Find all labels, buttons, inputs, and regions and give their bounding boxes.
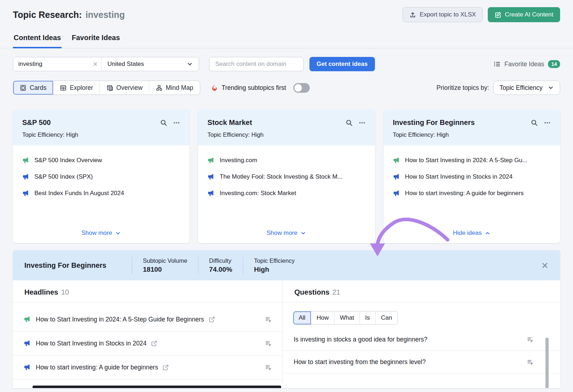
megaphone-icon [393, 190, 400, 197]
topic-research-page: Topic Research: investing Export topic t… [0, 0, 573, 392]
megaphone-icon [22, 173, 29, 180]
show-more-link[interactable]: Show more [81, 229, 121, 237]
question-row: Is investing in stocks a good idea for b… [283, 328, 560, 351]
headline-row: How to Start Investing in 2024: A 5-Step… [13, 308, 283, 331]
filter-all[interactable]: All [293, 311, 311, 324]
filter-how[interactable]: How [311, 311, 334, 324]
view-cards[interactable]: Cards [13, 81, 53, 95]
stat-value: 18100 [143, 266, 187, 274]
hide-ideas-link[interactable]: Hide ideas [453, 229, 491, 237]
topic-card-stock-market: Stock Market Topic Efficiency: High Inve… [198, 110, 375, 243]
headline-text: How to start investing: A guide for begi… [36, 364, 158, 371]
page-title-query: investing [86, 10, 125, 20]
questions-header: Questions21 [283, 280, 560, 303]
headlines-column: Headlines10 How to Start Investing in 20… [13, 280, 283, 388]
filter-what[interactable]: What [334, 311, 360, 324]
chevron-down-icon [300, 230, 306, 236]
megaphone-icon [22, 190, 29, 197]
close-panel-icon[interactable] [541, 262, 549, 269]
prioritize-select[interactable]: Topic Efficiency [493, 81, 560, 95]
show-more-link[interactable]: Show more [267, 229, 307, 237]
topic-card-header: Stock Market Topic Efficiency: High [198, 110, 375, 145]
add-to-list-icon[interactable] [265, 364, 272, 371]
panel-columns: Headlines10 How to Start Investing in 20… [13, 280, 560, 388]
questions-scrollbar[interactable] [545, 338, 549, 388]
more-menu-icon[interactable] [173, 119, 180, 126]
idea-text: Best Index Funds In August 2024 [34, 190, 124, 197]
trending-subtopics-control: Trending subtopics first [211, 83, 310, 93]
search-topic-icon[interactable] [160, 119, 167, 126]
chevron-down-icon [187, 61, 193, 67]
topic-card-header: Investing For Beginners Topic Efficiency… [384, 110, 560, 145]
show-more-label: Show more [267, 229, 298, 237]
idea-text: The Motley Fool: Stock Investing & Stock… [220, 173, 342, 180]
idea-item[interactable]: How to Start Investing in Stocks in 2024 [393, 173, 551, 180]
view-explorer[interactable]: Explorer [53, 81, 100, 95]
topic-card-title: Investing For Beginners [393, 118, 475, 127]
questions-list: Is investing in stocks a good idea for b… [283, 328, 560, 373]
megaphone-icon [393, 173, 400, 180]
idea-text: S&P 500 Index Overview [34, 157, 102, 164]
more-menu-icon[interactable] [544, 119, 551, 126]
view-overview[interactable]: Overview [100, 81, 149, 95]
favorites-count-badge: 14 [548, 60, 560, 68]
clear-query-icon[interactable] [89, 61, 101, 67]
chevron-down-icon [115, 230, 121, 236]
table-view-icon [60, 84, 67, 91]
add-to-list-icon[interactable] [527, 359, 534, 366]
favorite-ideas-label: Favorite Ideas [505, 61, 544, 68]
idea-item[interactable]: How to Start Investing in 2024: A 5-Step… [393, 157, 551, 164]
trending-toggle[interactable] [293, 83, 310, 93]
external-link-icon[interactable] [151, 340, 158, 347]
idea-item[interactable]: Investing.com [207, 157, 365, 164]
external-link-icon[interactable] [208, 316, 215, 323]
trending-subtopics-label: Trending subtopics first [222, 84, 286, 92]
country-select[interactable]: United States [101, 57, 199, 71]
topic-card-header: S&P 500 Topic Efficiency: High [13, 110, 189, 145]
add-to-list-icon[interactable] [265, 316, 272, 323]
add-to-list-icon[interactable] [265, 340, 272, 347]
tab-content-ideas[interactable]: Content Ideas [13, 34, 62, 48]
external-link-icon[interactable] [162, 364, 169, 371]
idea-item[interactable]: S&P 500 Index (SPX) [22, 173, 180, 180]
megaphone-icon [24, 316, 31, 323]
page-header: Topic Research: investing Export topic t… [0, 0, 573, 22]
idea-item[interactable]: Investing.com: Stock Market [207, 190, 365, 197]
topic-query-input[interactable] [13, 61, 89, 68]
filter-can[interactable]: Can [375, 311, 398, 324]
create-ai-content-label: Create AI Content [505, 11, 553, 18]
idea-item[interactable]: How to start investing: A guide for begi… [393, 190, 551, 197]
subtopic-title: Investing For Beginners [24, 261, 132, 270]
idea-item[interactable]: Best Index Funds In August 2024 [22, 190, 180, 197]
question-text: How to start investing from the beginner… [294, 358, 426, 366]
export-xlsx-label: Export topic to XLSX [420, 11, 476, 18]
stat-label: Difficulty [209, 257, 232, 264]
more-menu-icon[interactable] [358, 119, 366, 126]
headline-row: How to Start Investing in Stocks in 2024 [13, 331, 283, 355]
filter-is[interactable]: Is [360, 311, 375, 324]
idea-item[interactable]: S&P 500 Index Overview [22, 157, 180, 164]
get-content-ideas-button[interactable]: Get content ideas [309, 57, 375, 71]
view-cards-label: Cards [30, 84, 47, 92]
search-topic-icon[interactable] [346, 119, 353, 126]
view-mindmap[interactable]: Mind Map [149, 81, 200, 95]
create-ai-content-button[interactable]: Create AI Content [488, 7, 560, 22]
export-xlsx-button[interactable]: Export topic to XLSX [403, 7, 483, 22]
stat-label: Subtopic Volume [143, 257, 187, 264]
idea-text: How to Start Investing in Stocks in 2024 [405, 173, 513, 180]
search-topic-icon[interactable] [531, 119, 538, 126]
prioritize-control: Prioritize topics by: Topic Efficiency [437, 81, 560, 95]
upload-icon [409, 11, 416, 18]
question-row: How to start investing from the beginner… [283, 351, 560, 373]
add-to-list-icon[interactable] [527, 336, 534, 343]
subtopic-detail-header: Investing For Beginners Subtopic Volume … [13, 250, 560, 280]
topic-card-title: S&P 500 [22, 118, 51, 127]
domain-search-input[interactable] [209, 57, 304, 71]
tab-favorite-ideas[interactable]: Favorite Ideas [71, 34, 121, 48]
favorite-ideas-link[interactable]: Favorite Ideas 14 [493, 60, 560, 68]
subtopic-detail-panel: Investing For Beginners Subtopic Volume … [13, 250, 560, 388]
chevron-up-icon [485, 230, 491, 236]
headline-text: How to Start Investing in Stocks in 2024 [36, 340, 146, 347]
megaphone-icon [393, 157, 400, 164]
idea-item[interactable]: The Motley Fool: Stock Investing & Stock… [207, 173, 365, 180]
